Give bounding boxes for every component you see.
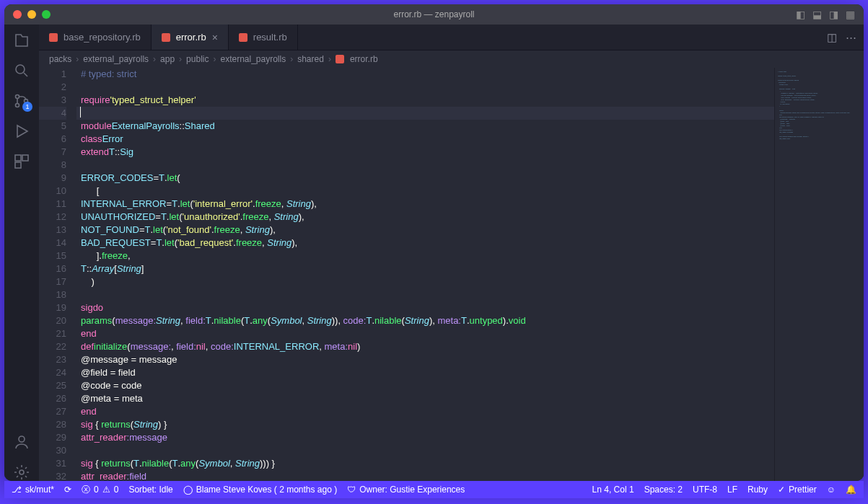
scrollbar[interactable] <box>854 68 864 481</box>
code-line[interactable]: @code = code <box>76 379 774 392</box>
code-line[interactable]: sig do <box>76 301 774 314</box>
notifications-icon[interactable]: 🔔 <box>846 485 856 495</box>
code-line[interactable]: require 'typed_struct_helper' <box>76 94 774 107</box>
code-line[interactable]: end <box>76 327 774 340</box>
git-blame[interactable]: ◯Blame Steve Koves ( 2 months ago ) <box>183 485 337 495</box>
more-actions-icon[interactable]: ⋯ <box>846 31 856 44</box>
debug-icon[interactable] <box>13 123 30 140</box>
code-line[interactable]: UNAUTHORIZED = T.let('unauthorized'.free… <box>76 211 774 224</box>
code-line[interactable]: T::Array[String] <box>76 262 774 275</box>
tab-label: base_repository.rb <box>63 32 141 43</box>
search-icon[interactable] <box>13 62 30 79</box>
svg-rect-5 <box>22 155 28 161</box>
code-line[interactable]: ) <box>76 275 774 288</box>
shield-icon: 🛡 <box>347 485 356 495</box>
code-line[interactable]: ERROR_CODES = T.let( <box>76 172 774 185</box>
code-line[interactable]: module ExternalPayrolls::Shared <box>76 120 774 133</box>
code-line[interactable]: @meta = meta <box>76 392 774 405</box>
branch-icon: ⎇ <box>12 485 22 495</box>
feedback-icon[interactable]: ☺ <box>827 485 836 495</box>
settings-icon[interactable] <box>13 464 30 481</box>
maximize-window-button[interactable] <box>42 10 51 19</box>
code-line[interactable]: NOT_FOUND = T.let('not_found'.freeze, St… <box>76 224 774 236</box>
check-icon: ✓ <box>778 485 785 495</box>
breadcrumb[interactable]: packs›external_payrolls›app›public›exter… <box>39 50 864 68</box>
code-line[interactable] <box>76 107 774 120</box>
layout-grid-icon[interactable]: ▦ <box>846 9 855 20</box>
layout-left-icon[interactable]: ◧ <box>796 9 805 20</box>
layout-bottom-icon[interactable]: ⬓ <box>812 9 822 20</box>
code-line[interactable]: extend T::Sig <box>76 146 774 159</box>
code-line[interactable]: attr_reader :message <box>76 431 774 444</box>
svg-point-0 <box>16 65 25 74</box>
account-icon[interactable] <box>13 433 30 451</box>
layout-right-icon[interactable]: ◨ <box>829 9 838 20</box>
encoding[interactable]: UTF-8 <box>693 485 717 495</box>
code-line[interactable]: sig { returns(String) } <box>76 418 774 431</box>
code-line[interactable]: [ <box>76 185 774 198</box>
editor-window: error.rb — zenpayroll ◧ ⬓ ◨ ▦ 1 base_rep… <box>4 4 864 481</box>
code-line[interactable]: # typed: strict <box>76 68 774 81</box>
minimap[interactable]: # typed: strict require 'typed_struct_he… <box>774 68 854 481</box>
code-line[interactable] <box>76 81 774 94</box>
code-line[interactable]: params(message: String, field: T.nilable… <box>76 314 774 327</box>
indentation[interactable]: Spaces: 2 <box>644 485 683 495</box>
close-tab-icon[interactable]: × <box>212 32 218 43</box>
breadcrumb-segment[interactable]: public <box>186 54 209 64</box>
breadcrumb-segment[interactable]: packs <box>49 54 71 64</box>
code-owner[interactable]: 🛡Owner: Gustie Experiences <box>347 485 465 495</box>
code-line[interactable] <box>76 288 774 301</box>
sync-item[interactable]: ⟳ <box>64 485 71 495</box>
code-line[interactable]: ].freeze, <box>76 249 774 262</box>
eol[interactable]: LF <box>727 485 737 495</box>
code-editor[interactable]: 1234567891011121314151617181920212223242… <box>39 68 864 481</box>
language-mode[interactable]: Ruby <box>748 485 768 495</box>
code-line[interactable]: attr_reader :field <box>76 470 774 481</box>
tab-bar: base_repository.rberror.rb×result.rb ◫ ⋯ <box>39 25 864 50</box>
branch-item[interactable]: ⎇sk/mut* <box>12 485 54 495</box>
problems-item[interactable]: ⓧ0⚠0 <box>82 484 118 496</box>
status-bar: ⎇sk/mut* ⟳ ⓧ0⚠0 Sorbet: Idle ◯Blame Stev… <box>4 481 864 498</box>
minimize-window-button[interactable] <box>27 10 36 19</box>
breadcrumb-segment[interactable]: app <box>160 54 175 64</box>
tab-label: error.rb <box>176 32 206 43</box>
ruby-file-icon <box>336 55 344 63</box>
window-title: error.rb — zenpayroll <box>393 9 474 19</box>
svg-point-8 <box>19 470 24 474</box>
prettier-status[interactable]: ✓Prettier <box>778 485 817 495</box>
tab-result-rb[interactable]: result.rb <box>229 25 298 50</box>
explorer-icon[interactable] <box>13 32 30 49</box>
activity-bar: 1 <box>4 25 39 481</box>
code-line[interactable]: @message = message <box>76 353 774 366</box>
source-control-icon[interactable]: 1 <box>13 92 30 110</box>
code-line[interactable] <box>76 159 774 172</box>
split-editor-icon[interactable]: ◫ <box>827 31 837 44</box>
titlebar: error.rb — zenpayroll ◧ ⬓ ◨ ▦ <box>4 4 864 25</box>
code-line[interactable]: BAD_REQUEST = T.let('bad_request'.freeze… <box>76 236 774 249</box>
source-control-badge: 1 <box>22 102 32 112</box>
ruby-file-icon <box>162 33 170 42</box>
code-line[interactable]: INTERNAL_ERROR = T.let('internal_error'.… <box>76 198 774 211</box>
extensions-icon[interactable] <box>13 153 30 170</box>
sorbet-status[interactable]: Sorbet: Idle <box>128 485 172 495</box>
breadcrumb-segment[interactable]: external_payrolls <box>83 54 149 64</box>
tab-base_repository-rb[interactable]: base_repository.rb <box>39 25 152 50</box>
code-line[interactable]: end <box>76 405 774 418</box>
cursor-position[interactable]: Ln 4, Col 1 <box>592 485 634 495</box>
close-window-button[interactable] <box>13 10 22 19</box>
titlebar-actions: ◧ ⬓ ◨ ▦ <box>796 9 855 20</box>
code-line[interactable]: sig { returns(T.nilable(T.any(Symbol, St… <box>76 457 774 470</box>
breadcrumb-segment[interactable]: shared <box>297 54 324 64</box>
ruby-file-icon <box>239 33 247 42</box>
error-icon: ⓧ <box>82 484 90 496</box>
svg-rect-4 <box>15 155 21 161</box>
code-line[interactable]: class Error <box>76 133 774 146</box>
breadcrumb-segment[interactable]: external_payrolls <box>220 54 286 64</box>
ruby-file-icon <box>49 33 58 42</box>
code-line[interactable]: def initialize(message:, field: nil, cod… <box>76 340 774 353</box>
code-area[interactable]: # typed: strictrequire 'typed_struct_hel… <box>76 68 774 481</box>
code-line[interactable]: @field = field <box>76 366 774 379</box>
code-line[interactable] <box>76 444 774 457</box>
breadcrumb-segment[interactable]: error.rb <box>350 54 378 64</box>
tab-error-rb[interactable]: error.rb× <box>152 25 229 50</box>
